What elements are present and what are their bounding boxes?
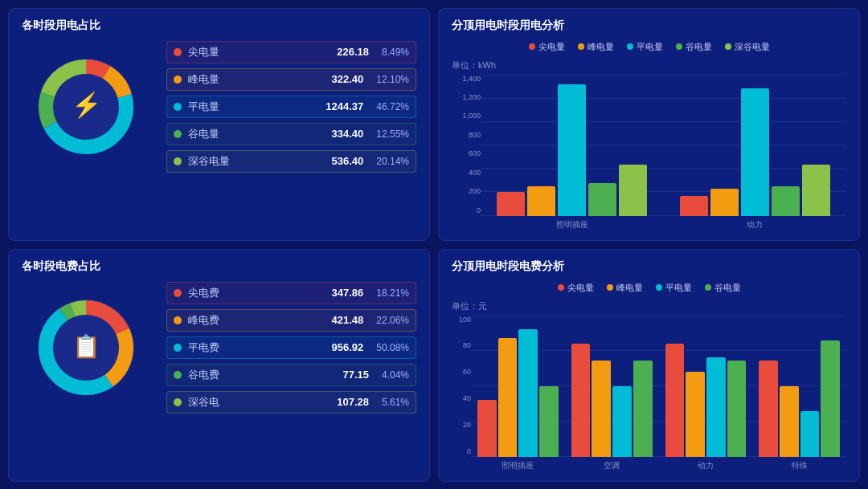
legend-dot-shengu [174, 157, 182, 165]
label-ping-tr: 平电量 [637, 41, 663, 53]
bar-gu-dl-cost [727, 361, 747, 457]
x-label-dl-cost: 动力 [659, 457, 753, 471]
legend-value-shengu: 536.40 [332, 155, 364, 167]
legend-label-gu: 谷电量 [188, 127, 322, 141]
legend-feng-tr: 峰电量 [578, 41, 614, 53]
legend-dot-feng [174, 75, 182, 84]
pct-cost-shengu: 5.61% [382, 397, 409, 408]
legend-feng-br: 峰电量 [607, 282, 643, 294]
label-jian-tr: 尖电量 [538, 41, 565, 53]
legend-pct-jian: 8.49% [382, 47, 409, 58]
x-label-zmcz: 照明插座 [481, 216, 664, 230]
label-ping-br: 平电量 [665, 282, 692, 294]
legend-cost-feng: 峰电费 421.48 22.06% [166, 309, 416, 332]
y-axis-top-right: 0 200 400 600 800 1,000 1,200 1,400 [452, 75, 481, 230]
dot-cost-gu [174, 371, 182, 379]
bar-group-br-3 [659, 316, 753, 457]
legend-pct-gu: 12.55% [376, 128, 409, 140]
bar-gu-ts-cost [821, 340, 840, 456]
bar-group-tr-2 [664, 75, 847, 216]
bar-group-br-4 [752, 316, 846, 457]
legend-pct-shengu: 20.14% [376, 156, 409, 167]
dot-cost-ping [174, 344, 182, 352]
top-right-chart-body: 0 200 400 600 800 1,000 1,200 1,400 [452, 75, 846, 230]
legend-cost-ping: 平电费 956.92 50.08% [166, 336, 416, 359]
legend-pct-feng: 12.10% [376, 74, 409, 85]
pct-cost-feng: 22.06% [376, 315, 409, 326]
label-feng-tr: 峰电量 [588, 41, 614, 53]
dot-gu-br [705, 284, 711, 291]
value-cost-jian: 347.86 [332, 287, 364, 299]
legend-cost-shengu: 深谷电 107.28 5.61% [166, 391, 416, 414]
bar-feng-zmcz-cost [498, 338, 518, 457]
dot-gu-tr [676, 43, 682, 50]
x-label-kt-cost: 空调 [565, 457, 659, 471]
legend-value-gu: 334.40 [332, 128, 364, 140]
bar-gu-zmcz [588, 183, 616, 215]
legend-cost-jian: 尖电费 347.86 18.21% [166, 282, 416, 304]
legend-pct-ping: 46.72% [376, 101, 409, 112]
bar-jian-ts-cost [759, 361, 778, 457]
label-cost-feng: 峰电费 [188, 313, 322, 328]
electricity-cost-panel: 各时段电费占比 📋 [8, 249, 430, 482]
legend-gu-tr: 谷电量 [676, 41, 712, 53]
legend-ping-br: 平电量 [656, 282, 692, 294]
bottom-right-chart-body: 0 20 40 60 80 100 [452, 316, 846, 471]
bars-area-br [471, 316, 846, 457]
label-cost-ping: 平电费 [188, 340, 322, 355]
legend-dot-jian [174, 48, 182, 56]
electricity-cost-title: 各时段电费占比 [22, 259, 416, 274]
cost-analysis-panel: 分顶用电时段电费分析 尖电量 峰电量 平电量 谷电量 单位：元 [438, 249, 860, 482]
bar-feng-ts-cost [780, 386, 799, 457]
dot-feng-tr [578, 43, 584, 50]
bottom-right-unit: 单位：元 [452, 300, 846, 312]
bars-plus-xlabels-tr: 照明插座 动力 [481, 75, 846, 230]
value-cost-shengu: 107.28 [337, 396, 369, 408]
label-jian-br: 尖电量 [567, 282, 594, 294]
bar-jian-kt-cost [571, 344, 591, 457]
legend-value-ping: 1244.37 [326, 100, 363, 112]
donut-svg-cost: 📋 [22, 283, 150, 412]
legend-jian-tr: 尖电量 [529, 41, 565, 53]
bar-group-br-1 [471, 316, 565, 457]
bar-ping-kt-cost [612, 386, 632, 457]
bar-shengu-dl [802, 165, 830, 215]
donut-panel-bottom-left: 📋 尖电费 347.86 18.21% 峰电费 421.48 22.06% [22, 282, 416, 414]
bars-plus-xlabels-br: 照明插座 空调 动力 特殊 [471, 316, 846, 471]
y-axis-bottom-right: 0 20 40 60 80 100 [452, 316, 471, 471]
x-labels-tr: 照明插座 动力 [481, 216, 846, 230]
bar-gu-dl [772, 186, 800, 216]
bottom-right-legend: 尖电量 峰电量 平电量 谷电量 [452, 282, 846, 294]
legend-item-jian: 尖电量 226.18 8.49% [166, 41, 416, 63]
label-cost-shengu: 深谷电 [188, 395, 327, 410]
legend-jian-br: 尖电量 [558, 282, 594, 294]
pct-cost-gu: 4.04% [382, 369, 409, 381]
dot-feng-br [607, 284, 613, 291]
legend-dot-ping [174, 103, 182, 111]
dot-cost-feng [174, 316, 182, 324]
top-right-unit: 单位：kWh [452, 59, 846, 71]
bar-gu-zmcz-cost [539, 386, 559, 457]
bar-ping-dl [741, 88, 769, 215]
bar-jian-dl-cost [665, 344, 685, 457]
value-cost-ping: 956.92 [332, 341, 364, 353]
legend-list-electricity: 尖电量 226.18 8.49% 峰电量 322.40 12.10% 平电量 1… [166, 41, 416, 173]
legend-label-ping: 平电量 [188, 100, 316, 114]
svg-text:⚡: ⚡ [72, 91, 102, 120]
legend-dot-gu [174, 130, 182, 138]
legend-label-feng: 峰电量 [188, 72, 322, 87]
x-label-ts-cost: 特殊 [752, 457, 846, 471]
value-cost-feng: 421.48 [332, 314, 364, 326]
donut-panel-top-left: ⚡ 尖电量 226.18 8.49% 峰电量 322.40 12.10% [22, 41, 416, 173]
value-cost-gu: 77.15 [342, 369, 369, 381]
bar-group-br-2 [565, 316, 659, 457]
label-gu-br: 谷电量 [714, 282, 741, 294]
x-label-zmcz-cost: 照明插座 [471, 457, 565, 471]
donut-svg: ⚡ [22, 43, 150, 171]
dot-cost-shengu [174, 398, 182, 406]
bars-area-tr [481, 75, 846, 216]
svg-text:📋: 📋 [72, 333, 100, 360]
top-right-legend: 尖电量 峰电量 平电量 谷电量 深谷电量 [452, 41, 846, 53]
legend-label-shengu: 深谷电量 [188, 154, 322, 169]
dot-jian-br [558, 284, 564, 291]
